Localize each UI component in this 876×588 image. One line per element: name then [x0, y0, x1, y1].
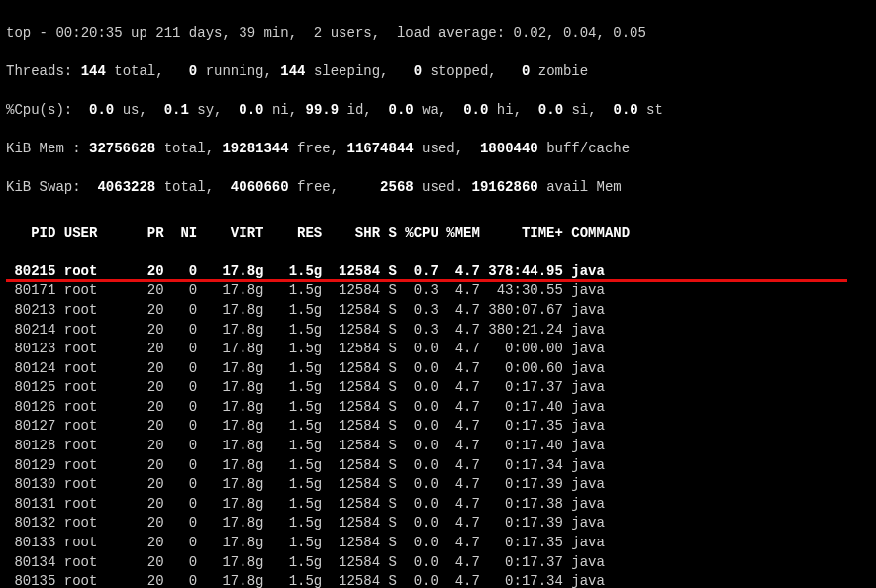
threads-sleeping: 144 — [280, 63, 305, 79]
clock-time: 00:20:35 — [55, 25, 122, 41]
summary-line-swap: KiB Swap: 4063228 total, 4060660 free, 2… — [6, 178, 870, 198]
summary-line-mem: KiB Mem : 32756628 total, 19281344 free,… — [6, 140, 870, 159]
top-prefix: top - — [6, 25, 55, 41]
process-row: 80135 root 20 0 17.8g 1.5g 12584 S 0.0 4… — [6, 572, 870, 588]
process-row: 80131 root 20 0 17.8g 1.5g 12584 S 0.0 4… — [6, 495, 870, 515]
threads-total: 144 — [81, 63, 106, 79]
threads-stopped: 0 — [414, 63, 422, 79]
process-row: 80134 root 20 0 17.8g 1.5g 12584 S 0.0 4… — [6, 553, 870, 573]
process-row: 80214 root 20 0 17.8g 1.5g 12584 S 0.3 4… — [6, 321, 870, 341]
process-row: 80127 root 20 0 17.8g 1.5g 12584 S 0.0 4… — [6, 417, 870, 437]
terminal-output: top - 00:20:35 up 211 days, 39 min, 2 us… — [0, 0, 876, 588]
process-row: 80130 root 20 0 17.8g 1.5g 12584 S 0.0 4… — [6, 475, 870, 495]
process-row: 80132 root 20 0 17.8g 1.5g 12584 S 0.0 4… — [6, 514, 870, 534]
process-row: 80126 root 20 0 17.8g 1.5g 12584 S 0.0 4… — [6, 398, 870, 418]
process-row: 80124 root 20 0 17.8g 1.5g 12584 S 0.0 4… — [6, 359, 870, 379]
process-row: 80171 root 20 0 17.8g 1.5g 12584 S 0.3 4… — [6, 281, 870, 301]
uptime-text: up 211 days, 39 min, 2 users, load avera… — [123, 25, 646, 41]
process-list: 80215 root 20 0 17.8g 1.5g 12584 S 0.7 4… — [6, 262, 870, 588]
column-header-row: PID USER PR NI VIRT RES SHR S %CPU %MEM … — [6, 224, 870, 244]
process-row: 80215 root 20 0 17.8g 1.5g 12584 S 0.7 4… — [6, 262, 870, 282]
process-row: 80129 root 20 0 17.8g 1.5g 12584 S 0.0 4… — [6, 456, 870, 476]
process-row: 80123 root 20 0 17.8g 1.5g 12584 S 0.0 4… — [6, 340, 870, 359]
process-row: 80213 root 20 0 17.8g 1.5g 12584 S 0.3 4… — [6, 301, 870, 321]
summary-line-1: top - 00:20:35 up 211 days, 39 min, 2 us… — [6, 24, 870, 44]
process-row: 80128 root 20 0 17.8g 1.5g 12584 S 0.0 4… — [6, 437, 870, 456]
process-row: 80125 root 20 0 17.8g 1.5g 12584 S 0.0 4… — [6, 378, 870, 398]
summary-line-threads: Threads: 144 total, 0 running, 144 sleep… — [6, 62, 870, 82]
process-row: 80133 root 20 0 17.8g 1.5g 12584 S 0.0 4… — [6, 534, 870, 553]
threads-running: 0 — [189, 63, 197, 79]
highlight-underline — [6, 279, 847, 282]
summary-line-cpu: %Cpu(s): 0.0 us, 0.1 sy, 0.0 ni, 99.9 id… — [6, 101, 870, 121]
